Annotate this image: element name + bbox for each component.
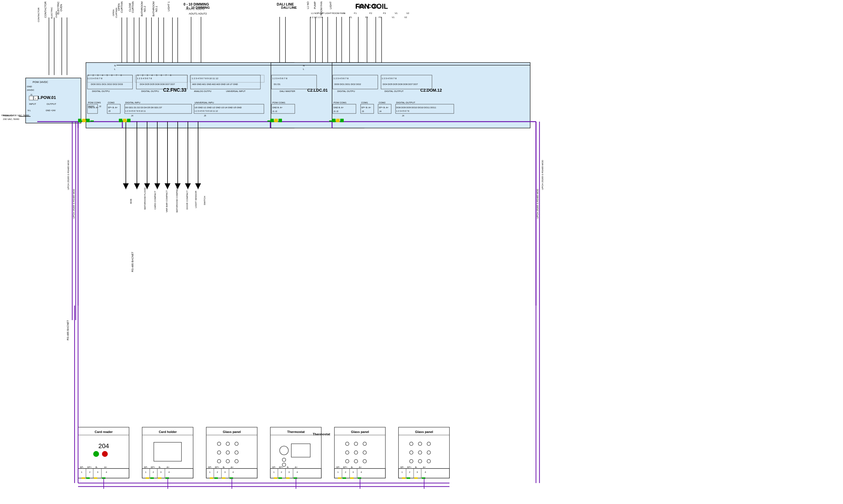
svg-text:DO8  DO9  DO9  DO10  DO10  DO1: DO8 DO9 DO9 DO10 DO10 DO11 DO11 [396,106,436,109]
svg-rect-97 [381,75,432,89]
svg-point-239 [217,442,221,446]
svg-point-245 [217,460,221,463]
svg-point-297 [363,451,366,454]
svg-text:EP+: EP+ [87,466,92,468]
svg-text:B-: B- [415,466,417,468]
svg-text:B-: B- [351,466,353,468]
svg-point-244 [235,451,238,454]
svg-rect-377 [190,75,264,82]
svg-text:4: 4 [233,471,234,473]
svg-text:J3: J3 [362,110,364,112]
svg-rect-42 [34,96,38,100]
svg-point-241 [235,442,238,446]
dimming-label: 0 - 10 DIMMING [184,2,209,6]
svg-text:1: 1 [273,471,275,473]
svg-text:EP+: EP+ [343,466,347,468]
svg-text:2: 2 [217,471,218,473]
dimming-aout2: AOUT2 [196,7,205,11]
svg-text:DIGITAL OUTPUT: DIGITAL OUTPUT [384,90,403,92]
svg-rect-101 [333,104,356,113]
diagram-container: POW 24VDC GND 24VDC INPUT OUTPUT N L GND… [0,0,843,504]
svg-rect-87 [272,104,295,113]
svg-text:24VDC: 24VDC [88,105,95,107]
svg-rect-53 [136,75,187,89]
svg-text:DALI MASTER: DALI MASTER [280,90,295,92]
svg-text:COM1: COM1 [361,101,368,104]
svg-text:L: L [303,68,305,70]
svg-text:2: 2 [409,471,410,473]
svg-text:DOOR COMPACT: DOOR COMPACT [186,190,188,210]
svg-text:N: N [114,64,116,67]
fan-coil-label: FAN COIL [355,2,388,11]
svg-rect-376 [135,75,188,82]
svg-point-325 [418,451,422,454]
svg-rect-342 [398,468,449,478]
svg-text:4: 4 [425,471,426,473]
svg-point-327 [410,460,413,463]
svg-text:Glass panel: Glass panel [223,430,241,434]
svg-text:EP+: EP+ [279,466,283,468]
svg-point-293 [354,442,358,446]
svg-text:COM2: COM2 [108,101,115,104]
svg-text:1  2  3  4  5  6  7  8  9  10 : 1 2 3 4 5 6 7 8 9 10 11 [125,110,145,112]
svg-text:J1         J2: J1 J2 [272,110,277,112]
svg-text:DIGITAL OUTPU: DIGITAL OUTPU [92,90,110,92]
contactor-label: CONTACTOR [44,1,47,18]
svg-text:6: 6 [161,74,162,76]
svg-rect-109 [378,104,391,113]
svg-text:LIGHT: LIGHT [325,12,332,15]
svg-text:POW  COM1: POW COM1 [88,101,101,104]
svg-rect-231 [142,468,193,478]
svg-text:GND  B-  A+: GND B- A+ [333,107,344,109]
svg-rect-378 [78,119,82,122]
svg-text:4: 4 [168,471,170,473]
svg-point-326 [427,451,431,454]
svg-point-268 [280,446,288,455]
svg-rect-105 [361,104,374,113]
svg-text:A+: A+ [231,466,234,468]
svg-text:4: 4 [102,74,103,76]
svg-point-271 [282,463,286,466]
svg-text:3: 3 [160,471,162,473]
svg-point-323 [427,442,431,446]
svg-text:3: 3 [97,74,99,76]
svg-text:2: 2 [93,74,94,76]
bathroom-no2-label: BATHROOMNO.2 [141,1,147,16]
svg-text:EP-: EP- [400,466,404,468]
open-curtain-label: OPENCURTAIN [118,1,123,13]
svg-text:1: 1 [337,471,339,473]
svg-text:1  2  3  4  5  6  7  8  9  10 : 1 2 3 4 5 6 7 8 9 10 11 12 [192,77,219,80]
svg-rect-83 [272,75,316,89]
svg-text:EP+  B-  A+: EP+ B- A+ [379,107,389,109]
svg-point-322 [418,442,422,446]
svg-text:7: 7 [116,74,117,76]
svg-text:LIGHT SENSOR: LIGHT SENSOR [194,191,197,208]
svg-text:RS-485 BACNET: RS-485 BACNET [131,252,134,272]
svg-rect-382 [123,119,126,122]
svg-marker-167 [123,183,129,189]
svg-point-299 [354,460,358,463]
svg-text:+: + [35,98,36,100]
svg-text:24VDC: 24VDC [27,89,34,91]
svg-text:Card reader: Card reader [95,430,113,434]
svg-text:L: L [114,68,116,70]
svg-rect-71 [125,104,192,113]
svg-text:C2.LDC.01: C2.LDC.01 [307,88,328,92]
svg-text:A+: A+ [104,466,107,468]
svg-text:1: 1 [81,471,83,473]
svg-text:2: 2 [89,471,91,473]
svg-text:DIGITAL OUTPU: DIGITAL OUTPU [141,90,159,92]
svg-text:POW  COM1: POW COM1 [272,101,286,104]
svg-text:B-: B- [223,466,225,468]
svg-rect-76 [194,104,264,113]
svg-text:AOUT1    AOUT2: AOUT1 AOUT2 [189,12,207,15]
svg-text:DIGITAL OUTPUT: DIGITAL OUTPUT [396,101,415,104]
svg-text:C2.FNC.33: C2.FNC.33 [163,88,186,92]
svg-text:GND  B-  A+: GND B- A+ [272,107,282,109]
svg-text:GND  +24V: GND +24V [46,109,56,111]
svg-text:3: 3 [416,471,418,473]
svg-rect-375 [87,75,133,82]
svg-rect-113 [396,104,454,113]
svg-text:V2: V2 [406,12,409,15]
svg-text:ROOM FAN: ROOM FAN [332,12,345,15]
